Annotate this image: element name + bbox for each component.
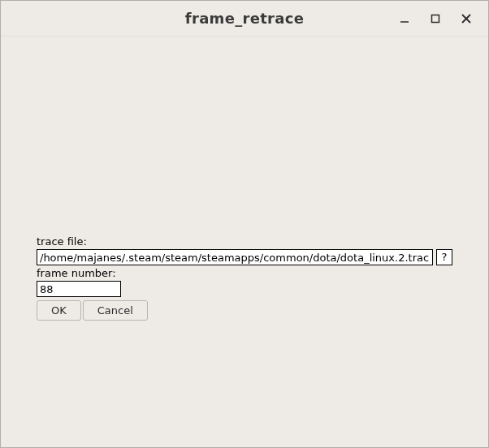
titlebar: frame_retrace: [1, 1, 488, 37]
trace-file-row: ?: [37, 249, 452, 265]
minimize-icon: [399, 13, 410, 24]
window-title: frame_retrace: [92, 10, 397, 27]
frame-number-input[interactable]: [37, 281, 121, 297]
minimize-button[interactable]: [397, 11, 412, 26]
window-frame: frame_retrace trace file:: [0, 0, 489, 448]
browse-button[interactable]: ?: [436, 249, 452, 265]
open-trace-form: trace file: ? frame number: OK Cancel: [37, 235, 452, 321]
frame-number-label: frame number:: [37, 267, 452, 279]
trace-file-label: trace file:: [37, 235, 452, 248]
maximize-button[interactable]: [428, 11, 443, 26]
trace-file-input[interactable]: [37, 249, 433, 265]
content-area: trace file: ? frame number: OK Cancel: [1, 37, 488, 447]
cancel-button[interactable]: Cancel: [83, 300, 148, 321]
maximize-icon: [430, 13, 441, 24]
svg-rect-1: [432, 15, 439, 22]
titlebar-controls: [397, 11, 474, 26]
close-button[interactable]: [459, 11, 474, 26]
button-row: OK Cancel: [37, 300, 452, 321]
ok-button[interactable]: OK: [37, 300, 81, 321]
close-icon: [461, 13, 472, 24]
